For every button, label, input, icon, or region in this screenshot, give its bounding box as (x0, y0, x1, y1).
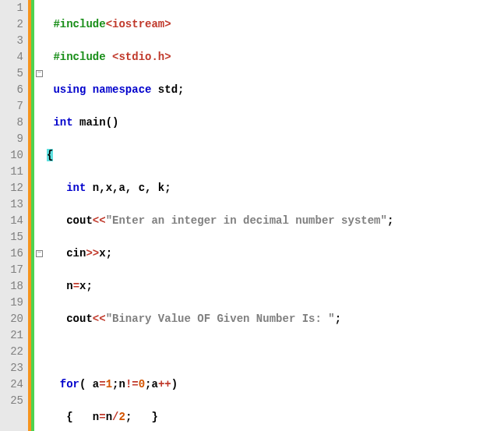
line-number: 23 (0, 360, 23, 376)
identifier: n,x,a, c, k (93, 182, 164, 194)
operator: >> (86, 247, 99, 260)
identifier: n (118, 378, 125, 390)
line-number: 10 (0, 147, 23, 164)
code-line: cin>>x; (47, 246, 504, 262)
fold-column (34, 0, 45, 431)
line-number: 21 (0, 327, 23, 344)
punct: ; (86, 280, 92, 292)
line-number: 15 (0, 229, 23, 246)
line-number: 24 (0, 376, 23, 393)
keyword: namespace (93, 83, 152, 96)
line-number: 13 (0, 196, 23, 213)
line-number: 11 (0, 164, 23, 180)
operator: ++ (158, 378, 171, 390)
number: 1 (106, 378, 112, 390)
identifier: a (152, 378, 158, 390)
keyword: using (53, 83, 86, 96)
keyword: int (53, 116, 72, 129)
preprocessor: #include (53, 51, 112, 63)
number: 0 (139, 378, 145, 390)
line-number: 9 (0, 131, 23, 147)
code-line: #include<iostream> (47, 16, 504, 33)
code-line: int n,x,a, c, k; (47, 180, 504, 196)
operator: = (99, 411, 105, 423)
line-number: 8 (0, 115, 23, 131)
operator: != (125, 378, 139, 390)
code-line: using namespace std; (47, 82, 504, 98)
identifier: cout (66, 313, 93, 325)
line-number-gutter: 1 2 3 4 5 6 7 8 9 10 11 12 13 14 15 16 1… (0, 0, 28, 431)
line-number: 20 (0, 311, 23, 327)
identifier: n (93, 411, 99, 423)
change-bars (28, 0, 34, 431)
punct: ; (164, 182, 171, 194)
operator: << (93, 313, 106, 325)
line-number: 16 (0, 246, 23, 262)
keyword: for (60, 378, 79, 390)
number: 2 (118, 411, 125, 423)
brace-open: { (47, 149, 53, 161)
identifier: cout (66, 214, 93, 227)
code-line: for( a=1;n!=0;a++) (47, 376, 504, 393)
code-editor: 1 2 3 4 5 6 7 8 9 10 11 12 13 14 15 16 1… (0, 0, 504, 431)
code-line: cout<<"Binary Value OF Given Number Is: … (47, 311, 504, 327)
punct: ; (178, 83, 184, 96)
punct: ; (335, 313, 341, 325)
punct: ( (79, 378, 93, 390)
space (132, 411, 151, 423)
line-number: 22 (0, 344, 23, 360)
code-line: n=x; (47, 278, 504, 295)
include-header: <stdio.h> (112, 51, 171, 63)
identifier: x (99, 247, 105, 260)
punct: () (106, 116, 119, 129)
operator: = (73, 280, 79, 292)
line-number: 4 (0, 49, 23, 65)
punct: ; (106, 247, 112, 260)
punct: ; (387, 214, 393, 227)
code-area[interactable]: #include<iostream> #include <stdio.h> us… (45, 0, 504, 431)
line-number: 7 (0, 98, 23, 115)
line-number: 17 (0, 262, 23, 278)
punct: ; (145, 378, 151, 390)
line-number: 14 (0, 213, 23, 229)
line-number: 3 (0, 33, 23, 49)
string-literal: "Enter an integer in decimal number syst… (106, 214, 387, 227)
line-number: 25 (0, 393, 23, 409)
code-line: { n=n/2; } (47, 409, 504, 426)
code-line: int main() (47, 115, 504, 131)
line-number: 2 (0, 16, 23, 33)
preprocessor: #include (53, 18, 105, 30)
brace-close: } (152, 411, 158, 423)
code-line: { (47, 147, 504, 164)
code-line: #include <stdio.h> (47, 49, 504, 65)
keyword: int (66, 182, 86, 194)
fold-toggle-icon[interactable] (36, 250, 43, 257)
punct: ) (171, 378, 178, 390)
string-literal: "Binary Value OF Given Number Is: " (106, 313, 335, 325)
line-number: 18 (0, 278, 23, 295)
identifier: n (106, 411, 112, 423)
include-header: <iostream> (106, 18, 171, 30)
code-line (47, 344, 504, 360)
identifier: std (158, 83, 178, 96)
identifier: cin (66, 247, 86, 260)
identifier: main (79, 116, 106, 129)
code-line: cout<<"Enter an integer in decimal numbe… (47, 213, 504, 229)
line-number: 6 (0, 82, 23, 98)
line-number: 12 (0, 180, 23, 196)
line-number: 1 (0, 0, 23, 16)
line-number: 19 (0, 295, 23, 311)
operator: << (93, 214, 106, 227)
space (73, 411, 93, 423)
fold-toggle-icon[interactable] (36, 70, 43, 77)
brace-open: { (66, 411, 72, 423)
identifier: a (93, 378, 99, 390)
identifier: n (66, 280, 72, 292)
operator: = (99, 378, 105, 390)
line-number: 5 (0, 65, 23, 82)
